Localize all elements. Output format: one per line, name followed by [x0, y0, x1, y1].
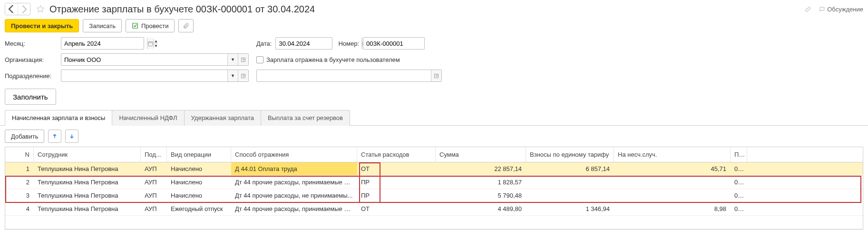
cell-period: 01.0	[731, 162, 747, 175]
cell-sum: 1 828,57	[436, 176, 526, 189]
col-accident[interactable]: На несч.случ.	[614, 147, 731, 162]
number-field	[363, 37, 425, 50]
dept-open-button[interactable]	[238, 70, 248, 81]
cell-tariff: 1 346,94	[526, 202, 614, 215]
link-icon	[805, 6, 811, 12]
cell-accident	[614, 176, 731, 189]
month-label: Месяц:	[5, 40, 57, 47]
star-icon	[36, 5, 45, 13]
chat-icon	[819, 6, 825, 12]
arrow-up-icon	[52, 133, 58, 139]
month-spinner: ▲ ▼	[154, 39, 158, 48]
date-label: Дата:	[256, 40, 272, 47]
open-icon	[240, 57, 246, 63]
org-dropdown-button[interactable]: ▼	[227, 54, 238, 65]
chevron-down-icon: ▼	[231, 57, 235, 62]
cell-period: 01.0	[731, 189, 747, 202]
paperclip-icon	[183, 22, 189, 29]
month-input[interactable]	[61, 38, 147, 49]
cell-accident: 45,71	[614, 162, 731, 175]
dept-label: Подразделение:	[5, 72, 57, 80]
tab-accrued[interactable]: Начисленная зарплата и взносы	[5, 110, 112, 126]
col-tariff[interactable]: Взносы по единому тарифу	[526, 147, 614, 162]
month-calendar-button[interactable]	[147, 38, 154, 49]
svg-rect-1	[148, 41, 153, 46]
spin-up-button[interactable]: ▲	[154, 39, 158, 43]
cell-period: 01.0	[731, 202, 747, 215]
col-sum[interactable]: Сумма	[436, 147, 526, 162]
link-button[interactable]	[803, 4, 812, 14]
cell-operation: Ежегодный отпуск	[167, 202, 231, 215]
post-icon	[132, 22, 138, 29]
cell-way: Дт 44 прочие расходы, не принимаемы...	[231, 189, 357, 202]
open-icon	[433, 73, 439, 79]
nav-forward-button[interactable]	[18, 3, 30, 15]
nav-buttons	[5, 3, 30, 15]
col-period[interactable]: Пер	[731, 147, 747, 162]
cell-sum: 5 790,48	[436, 189, 526, 202]
arrow-left-icon	[5, 3, 18, 15]
cell-accident: 8,98	[614, 202, 731, 215]
cell-tariff: 6 857,14	[526, 162, 614, 175]
cell-operation: Начислено	[167, 189, 231, 202]
tabs: Начисленная зарплата и взносы Начисленны…	[0, 110, 868, 126]
cell-operation: Начислено	[167, 162, 231, 175]
cell-period: 01.0	[731, 176, 747, 189]
cell-way: Дт 44 прочие расходы, принимаемые к ...	[231, 202, 357, 215]
extra-input[interactable]	[257, 70, 431, 81]
cell-dept: АУП	[141, 202, 167, 215]
add-row-button[interactable]: Добавить	[5, 130, 44, 143]
cell-tariff	[526, 176, 614, 189]
nav-back-button[interactable]	[5, 3, 18, 15]
tab-ndfl[interactable]: Начисленный НДФЛ	[112, 110, 184, 126]
calendar-icon	[147, 40, 154, 47]
dept-input[interactable]	[61, 70, 227, 81]
extra-open-button[interactable]	[431, 70, 441, 81]
cell-expense: ПР	[357, 176, 436, 189]
cell-sum: 22 857,14	[436, 162, 526, 175]
attach-button[interactable]	[178, 19, 194, 32]
move-up-button[interactable]	[48, 130, 61, 143]
favorite-toggle[interactable]	[35, 4, 46, 14]
chevron-down-icon: ▼	[231, 73, 235, 78]
move-down-button[interactable]	[65, 130, 78, 143]
cell-employee: Теплушкина Нина Петровна	[34, 202, 141, 215]
discuss-label: Обсуждение	[827, 6, 863, 13]
cell-expense: ОТ	[357, 162, 436, 175]
reflected-checkbox[interactable]	[256, 56, 263, 63]
cell-dept: АУП	[141, 162, 167, 175]
cell-employee: Теплушкина Нина Петровна	[34, 162, 141, 175]
post-button[interactable]: Провести	[126, 19, 175, 32]
table-row[interactable]: 4 Теплушкина Нина Петровна АУП Ежегодный…	[5, 202, 863, 216]
table-row[interactable]: 2 Теплушкина Нина Петровна АУП Начислено…	[5, 176, 863, 189]
org-input[interactable]	[61, 54, 227, 65]
cell-dept: АУП	[141, 189, 167, 202]
table-header: N Сотрудник Под... Вид операции Способ о…	[5, 147, 863, 162]
col-operation[interactable]: Вид операции	[167, 147, 231, 162]
dept-dropdown-button[interactable]: ▼	[227, 70, 238, 81]
col-expense[interactable]: Статья расходов	[357, 147, 436, 162]
org-open-button[interactable]	[238, 54, 248, 65]
cell-dept: АУП	[141, 176, 167, 189]
number-input[interactable]	[363, 38, 449, 49]
cell-employee: Теплушкина Нина Петровна	[34, 189, 141, 202]
col-way[interactable]: Способ отражения	[231, 147, 357, 162]
col-n[interactable]: N	[5, 147, 34, 162]
tab-reserve[interactable]: Выплата за счет резервов	[261, 110, 350, 126]
col-dept[interactable]: Под...	[141, 147, 167, 162]
discuss-button[interactable]: Обсуждение	[819, 6, 863, 13]
post-and-close-button[interactable]: Провести и закрыть	[5, 19, 79, 32]
fill-button[interactable]: Заполнить	[5, 89, 56, 105]
number-label: Номер:	[338, 40, 359, 47]
col-employee[interactable]: Сотрудник	[34, 147, 141, 162]
table-row[interactable]: 3 Теплушкина Нина Петровна АУП Начислено…	[5, 189, 863, 202]
cell-n: 3	[5, 189, 34, 202]
save-button[interactable]: Записать	[83, 19, 122, 32]
date-field	[275, 37, 332, 50]
cell-way: Д 44.01 Оплата труда	[231, 162, 357, 175]
arrow-right-icon	[18, 3, 30, 15]
tab-withheld[interactable]: Удержанная зарплата	[184, 110, 261, 126]
cell-n: 4	[5, 202, 34, 215]
spin-down-button[interactable]: ▼	[154, 43, 158, 48]
table-row[interactable]: 1 Теплушкина Нина Петровна АУП Начислено…	[5, 162, 863, 176]
